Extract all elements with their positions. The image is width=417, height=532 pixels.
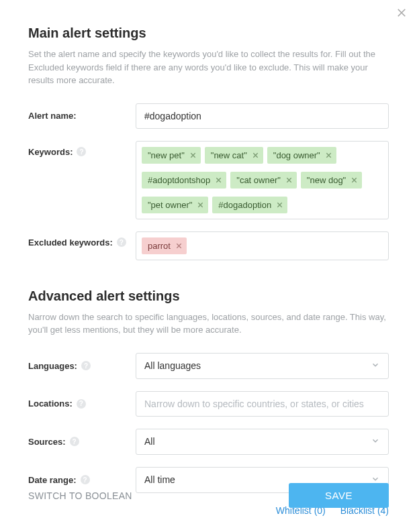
keyword-tag: "pet owner" [142,197,208,213]
sources-select[interactable]: All [136,429,389,455]
remove-tag-icon[interactable] [276,201,283,209]
tag-label: "pet owner" [148,200,192,210]
switch-to-boolean-link[interactable]: SWITCH TO BOOLEAN [28,490,132,501]
tag-label: "dog owner" [273,150,320,160]
sources-value: All [144,436,155,447]
chevron-down-icon [371,360,380,372]
languages-value: All languages [144,360,201,371]
languages-select[interactable]: All languages [136,353,389,379]
remove-tag-icon[interactable] [351,176,358,184]
keyword-tag: "cat owner" [230,172,297,189]
tag-label: "cat owner" [236,175,281,185]
help-icon[interactable]: ? [77,399,86,409]
tag-label: #adoptdontshop [148,175,210,185]
help-icon[interactable]: ? [77,147,86,156]
keyword-tag: #dogadoption [212,197,287,213]
advanced-settings-title: Advanced alert settings [28,288,389,304]
tag-label: "new dog" [307,175,346,185]
keyword-tag: "new cat" [205,147,263,164]
excluded-keywords-label: Excluded keywords: [28,237,113,248]
chevron-down-icon [371,436,380,447]
help-icon[interactable]: ? [81,361,91,370]
locations-placeholder: Narrow down to specific countries, or st… [144,398,364,409]
keywords-input[interactable]: "new pet""new cat""dog owner"#adoptdonts… [136,141,389,219]
tag-label: #dogadoption [218,200,271,210]
advanced-settings-description: Narrow down the search to specific langu… [28,311,389,337]
keyword-tag: "new dog" [301,172,362,189]
keyword-tag: "new pet" [142,147,201,164]
remove-tag-icon[interactable] [215,176,222,184]
remove-tag-icon[interactable] [252,152,259,159]
remove-tag-icon[interactable] [189,152,197,159]
alert-name-input[interactable] [136,103,389,129]
keyword-tag: "dog owner" [267,147,336,164]
help-icon[interactable]: ? [70,437,79,446]
remove-tag-icon[interactable] [285,176,293,184]
keyword-tag: parrot [142,237,187,254]
remove-tag-icon[interactable] [325,152,332,159]
excluded-keywords-input[interactable]: parrot [136,231,389,260]
sources-label: Sources: [28,437,66,447]
locations-label: Locations: [28,398,73,409]
remove-tag-icon[interactable] [197,201,204,209]
tag-label: "new cat" [211,150,247,160]
keyword-tag: #adoptdontshop [142,172,226,189]
keywords-label: Keywords: [28,147,73,157]
main-settings-description: Set the alert name and specify the keywo… [28,48,389,87]
tag-label: parrot [148,241,171,251]
main-settings-title: Main alert settings [28,25,389,41]
close-button[interactable] [396,7,408,21]
close-icon [396,7,408,19]
save-button[interactable]: SAVE [289,483,389,508]
languages-label: Languages: [28,361,77,371]
help-icon[interactable]: ? [117,237,126,247]
locations-input[interactable]: Narrow down to specific countries, or st… [136,391,389,417]
remove-tag-icon[interactable] [175,242,183,250]
tag-label: "new pet" [148,150,185,160]
alert-name-label: Alert name: [28,111,77,121]
